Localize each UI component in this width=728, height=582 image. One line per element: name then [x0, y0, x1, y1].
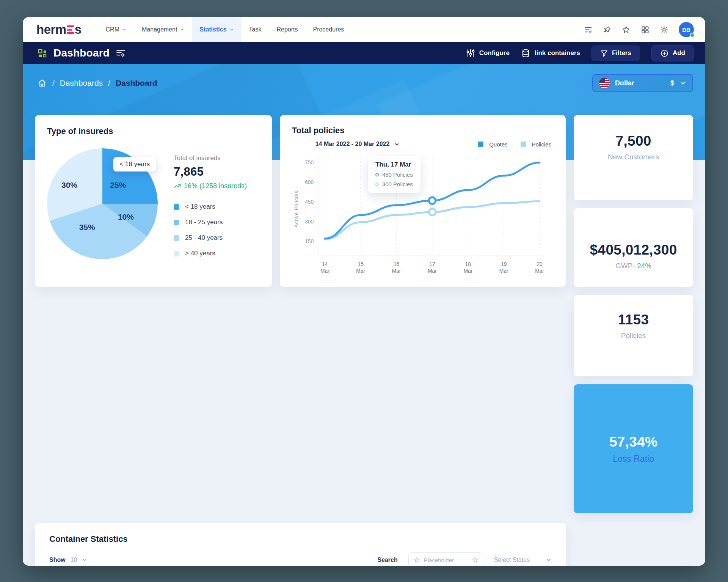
svg-text:20: 20 — [537, 261, 543, 267]
chevron-down-icon — [394, 142, 400, 147]
pie-slice-label: 35% — [79, 223, 95, 232]
logo-text-suffix: s — [75, 22, 82, 37]
legend-label: Policies — [532, 141, 552, 148]
insureds-card-title: Type of insureds — [47, 126, 260, 136]
tooltip-value: 450 Policies — [382, 171, 413, 178]
show-label: Show — [49, 557, 66, 563]
nav-item-task[interactable]: Task — [242, 17, 269, 42]
nav-item-procedures[interactable]: Procedures — [305, 17, 351, 42]
star-icon[interactable] — [472, 557, 479, 563]
plus-circle-icon — [660, 49, 669, 58]
chevron-down-icon — [679, 80, 686, 87]
funnel-icon — [600, 49, 608, 57]
kpi-column: 7,500 New Customers $405,012,300 GWP- 24… — [574, 115, 693, 513]
currency-symbol: $ — [670, 79, 674, 87]
pie-slice-label: 25% — [110, 181, 126, 190]
policies-card-title: Total policies — [292, 126, 554, 135]
hermes-logo[interactable]: herm s — [23, 17, 98, 42]
legend-swatch — [478, 142, 483, 147]
type-of-insureds-card: Type of insureds 25% 10% 35% 30% < 18 ye… — [35, 115, 272, 287]
sliders-icon — [466, 49, 475, 58]
gear-icon[interactable] — [660, 25, 668, 34]
us-flag-icon — [599, 78, 610, 88]
pie-tooltip: < 18 years — [113, 157, 156, 171]
date-range-selector[interactable]: 14 Mar 2022 - 20 Mar 2022 — [315, 141, 400, 148]
svg-text:14: 14 — [322, 261, 328, 267]
kpi-label: Policies — [621, 332, 646, 340]
svg-text:17: 17 — [429, 261, 435, 267]
policies-chart-legend: Quotes Policies — [478, 141, 551, 148]
page-header-bar: Dashboard Configure link containers Filt… — [23, 42, 705, 64]
tooltip-item: 300 Policies — [375, 181, 413, 187]
svg-text:Mar: Mar — [535, 268, 544, 274]
legend-item: Quotes — [478, 141, 507, 148]
link-containers-button[interactable]: link containers — [521, 49, 580, 58]
filter-plus-icon[interactable] — [584, 25, 593, 34]
tooltip-value: 300 Policies — [382, 181, 413, 187]
total-insureds-label: Total of insureds — [174, 154, 247, 162]
chevron-down-icon — [229, 27, 234, 32]
status-filter-select[interactable]: Select Status — [494, 557, 552, 563]
search-label: Search — [377, 557, 397, 563]
legend-item: Policies — [521, 141, 552, 148]
svg-text:Mar: Mar — [428, 268, 437, 274]
list-settings-icon[interactable] — [116, 48, 126, 58]
svg-text:Mar: Mar — [356, 268, 365, 274]
show-value: 10 — [71, 557, 77, 563]
logo-e-bars-icon — [67, 25, 74, 34]
pie-slice-label: 10% — [118, 212, 134, 222]
svg-text:150: 150 — [305, 238, 314, 244]
currency-name: Dollar — [615, 79, 634, 87]
configure-button[interactable]: Configure — [466, 49, 510, 58]
series-dot-icon — [375, 173, 379, 176]
app-window: herm s CRM Management Statistics Task Re… — [23, 17, 705, 566]
insureds-pie-chart[interactable]: 25% 10% 35% 30% < 18 years — [47, 148, 158, 259]
svg-text:Active Policies: Active Policies — [293, 190, 299, 227]
kpi-value: 57,34% — [609, 434, 657, 450]
home-icon[interactable] — [37, 78, 47, 88]
breadcrumb-dashboards[interactable]: Dashboards — [60, 79, 103, 88]
legend-label: 25 - 40 years — [185, 234, 223, 242]
insureds-legend: < 18 years 18 - 25 years 25 - 40 years — [174, 203, 247, 257]
nav-item-crm[interactable]: CRM — [98, 17, 134, 42]
gwp-label: GWP- — [615, 262, 635, 270]
growth-text: 16% (1258 insureds) — [184, 182, 247, 190]
svg-text:Mar: Mar — [499, 268, 508, 274]
nav-item-reports[interactable]: Reports — [269, 17, 305, 42]
search-input[interactable] — [424, 557, 468, 563]
apps-grid-icon[interactable] — [641, 25, 650, 34]
svg-text:Mar: Mar — [320, 268, 329, 274]
nav-item-management[interactable]: Management — [134, 17, 192, 42]
avatar-initials: DB — [682, 27, 690, 33]
show-entries-selector[interactable]: Show 10 — [49, 557, 87, 563]
nav-label: Task — [249, 26, 262, 33]
chevron-down-icon — [122, 27, 127, 32]
total-insureds-value: 7,865 — [174, 165, 247, 179]
chevron-down-icon — [180, 27, 184, 32]
logo-text-prefix: herm — [36, 22, 66, 37]
configure-label: Configure — [479, 49, 510, 57]
online-status-dot — [690, 33, 695, 38]
svg-text:16: 16 — [394, 261, 400, 267]
filters-button[interactable]: Filters — [592, 46, 640, 61]
kpi-label: New Customers — [608, 153, 659, 161]
legend-item: 25 - 40 years — [174, 234, 247, 242]
user-avatar[interactable]: DB — [679, 22, 694, 37]
legend-swatch — [174, 251, 179, 256]
add-button[interactable]: Add — [651, 45, 694, 61]
chevron-down-icon — [82, 557, 87, 563]
legend-swatch — [521, 142, 526, 147]
legend-item: 18 - 25 years — [174, 219, 247, 226]
svg-text:15: 15 — [358, 261, 364, 267]
svg-text:600: 600 — [305, 179, 314, 185]
breadcrumb-current: Dashboard — [116, 79, 157, 88]
kpi-policies: 1153 Policies — [574, 295, 693, 376]
pin-icon[interactable] — [603, 25, 612, 34]
date-range-label: 14 Mar 2022 - 20 Mar 2022 — [315, 141, 390, 148]
line-chart[interactable]: 150300450600750Active Policies14Mar15Mar… — [292, 150, 554, 275]
star-icon[interactable] — [622, 25, 631, 34]
kpi-gwp: $405,012,300 GWP- 24% — [574, 208, 693, 287]
nav-item-statistics[interactable]: Statistics — [192, 17, 241, 42]
currency-selector[interactable]: Dollar $ — [592, 74, 693, 92]
main-menu: CRM Management Statistics Task Reports P… — [98, 17, 352, 42]
